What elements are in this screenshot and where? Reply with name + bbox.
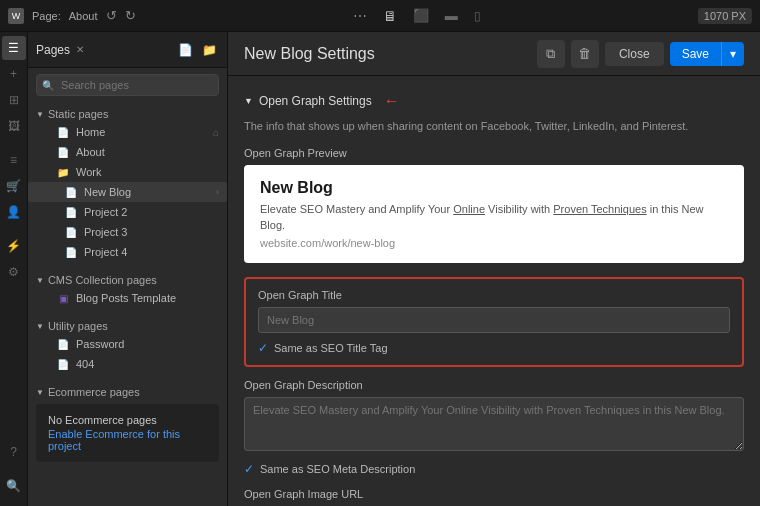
page-arrow-icon: ›	[216, 187, 219, 197]
pages-list: ▼ Static pages 📄 Home ⌂ 📄 About 📁 Work 📄…	[28, 102, 227, 506]
topbar: W Page: About ↺ ↻ ⋯ 🖥 ⬛ ▬ ▯ 1070 PX	[0, 0, 760, 32]
og-desc-section: Open Graph Description ✓ Same as SEO Met…	[244, 379, 744, 476]
mobile-portrait-icon[interactable]: ▯	[474, 9, 481, 23]
webflow-logo: W	[8, 8, 24, 24]
og-section-title: Open Graph Settings	[259, 94, 372, 108]
og-description-text: The info that shows up when sharing cont…	[244, 118, 744, 135]
page-name: About	[69, 10, 98, 22]
page-about[interactable]: 📄 About	[28, 142, 227, 162]
utility-pages-section[interactable]: ▼ Utility pages	[28, 314, 227, 334]
page-name-about: About	[76, 146, 105, 158]
history-forward-icon[interactable]: ↻	[125, 8, 136, 23]
topbar-left: W Page: About ↺ ↻	[8, 8, 136, 24]
og-title-input[interactable]	[258, 307, 730, 333]
add-icon[interactable]: +	[2, 62, 26, 86]
ecommerce-icon[interactable]: 🛒	[2, 174, 26, 198]
og-desc-textarea[interactable]	[244, 397, 744, 451]
main-layout: ☰ + ⊞ 🖼 ≡ 🛒 👤 ⚡ ⚙ ? 🔍 Pages ✕ 📄 📁 🔍	[0, 32, 760, 506]
page-name-home: Home	[76, 126, 105, 138]
og-desc-checkbox-row: ✓ Same as SEO Meta Description	[244, 462, 744, 476]
pages-panel: Pages ✕ 📄 📁 🔍 ▼ Static pages 📄 Home	[28, 32, 228, 506]
home-icon: ⌂	[213, 127, 219, 138]
og-desc-checkbox-label: Same as SEO Meta Description	[260, 463, 415, 475]
page-work-folder[interactable]: 📁 Work	[28, 162, 227, 182]
trash-button[interactable]: 🗑	[571, 40, 599, 68]
content-header-actions: ⧉ 🗑 Close Save ▾	[537, 40, 744, 68]
topbar-center: ⋯ 🖥 ⬛ ▬ ▯	[353, 8, 481, 24]
ecommerce-pages-chevron: ▼	[36, 388, 44, 397]
page-project-4[interactable]: 📄 Project 4	[28, 242, 227, 262]
pages-search: 🔍	[28, 68, 227, 102]
page-icon-proj2: 📄	[64, 205, 78, 219]
search-input[interactable]	[36, 74, 219, 96]
page-home[interactable]: 📄 Home ⌂	[28, 122, 227, 142]
page-project-3[interactable]: 📄 Project 3	[28, 222, 227, 242]
page-password[interactable]: 📄 Password	[28, 334, 227, 354]
page-404[interactable]: 📄 404	[28, 354, 227, 374]
components-icon[interactable]: ⊞	[2, 88, 26, 112]
tablet-icon[interactable]: ⬛	[413, 8, 429, 23]
pages-nav-icon[interactable]: ☰	[2, 36, 26, 60]
users-icon[interactable]: 👤	[2, 200, 26, 224]
static-pages-label: Static pages	[48, 108, 109, 120]
assets-icon[interactable]: 🖼	[2, 114, 26, 138]
og-image-section: Open Graph Image URL Make sure your imag…	[244, 488, 744, 507]
og-image-label: Open Graph Image URL	[244, 488, 744, 500]
cms-pages-chevron: ▼	[36, 276, 44, 285]
utility-pages-chevron: ▼	[36, 322, 44, 331]
static-pages-section[interactable]: ▼ Static pages	[28, 102, 227, 122]
settings-icon[interactable]: ⚙	[2, 260, 26, 284]
page-icon: 📄	[56, 125, 70, 139]
og-section-header[interactable]: ▼ Open Graph Settings ←	[244, 92, 744, 110]
save-button[interactable]: Save ▾	[670, 42, 744, 66]
page-icon-new-blog: 📄	[64, 185, 78, 199]
search-bottom-icon[interactable]: 🔍	[2, 474, 26, 498]
save-dropdown-icon[interactable]: ▾	[721, 42, 744, 66]
utility-pages-label: Utility pages	[48, 320, 108, 332]
copy-button[interactable]: ⧉	[537, 40, 565, 68]
close-button[interactable]: Close	[605, 42, 664, 66]
og-title-checkmark: ✓	[258, 341, 268, 355]
page-new-blog[interactable]: 📄 New Blog ›	[28, 182, 227, 202]
page-icon-proj3: 📄	[64, 225, 78, 239]
og-chevron-icon: ▼	[244, 96, 253, 106]
page-label: Page:	[32, 10, 61, 22]
og-section: ▼ Open Graph Settings ← The info that sh…	[244, 92, 744, 506]
cms-pages-section[interactable]: ▼ CMS Collection pages	[28, 268, 227, 288]
help-icon[interactable]: ?	[2, 440, 26, 464]
page-icon-proj4: 📄	[64, 245, 78, 259]
mobile-landscape-icon[interactable]: ▬	[445, 8, 458, 23]
save-label: Save	[670, 42, 721, 66]
og-preview-underline1: Online	[453, 203, 485, 215]
pages-title: Pages	[36, 43, 70, 57]
page-name-proj2: Project 2	[84, 206, 127, 218]
static-pages-chevron: ▼	[36, 110, 44, 119]
page-name-proj3: Project 3	[84, 226, 127, 238]
pages-close-icon[interactable]: ✕	[76, 44, 84, 55]
cms-icon[interactable]: ≡	[2, 148, 26, 172]
enable-ecommerce-link[interactable]: Enable Ecommerce for this project	[48, 428, 207, 452]
page-name-password: Password	[76, 338, 124, 350]
more-options-icon[interactable]: ⋯	[353, 8, 367, 24]
icon-sidebar: ☰ + ⊞ 🖼 ≡ 🛒 👤 ⚡ ⚙ ? 🔍	[0, 32, 28, 506]
page-project-2[interactable]: 📄 Project 2	[28, 202, 227, 222]
content-area: New Blog Settings ⧉ 🗑 Close Save ▾ ▼ Ope…	[228, 32, 760, 506]
add-page-icon[interactable]: 📄	[175, 40, 195, 60]
add-folder-icon[interactable]: 📁	[199, 40, 219, 60]
og-preview-box: New Blog Elevate SEO Mastery and Amplify…	[244, 165, 744, 263]
og-preview-label: Open Graph Preview	[244, 147, 744, 159]
cms-pages-label: CMS Collection pages	[48, 274, 157, 286]
page-blog-posts-template[interactable]: ▣ Blog Posts Template	[28, 288, 227, 308]
folder-icon-work: 📁	[56, 165, 70, 179]
pages-header: Pages ✕ 📄 📁	[28, 32, 227, 68]
og-preview-underline2: Proven Techniques	[553, 203, 646, 215]
ecommerce-pages-label: Ecommerce pages	[48, 386, 140, 398]
history-back-icon[interactable]: ↺	[106, 8, 117, 23]
ecommerce-pages-section[interactable]: ▼ Ecommerce pages	[28, 380, 227, 400]
page-name-blog-template: Blog Posts Template	[76, 292, 176, 304]
red-arrow-icon: ←	[384, 92, 400, 110]
desktop-icon[interactable]: 🖥	[383, 8, 397, 24]
og-title-checkbox-row: ✓ Same as SEO Title Tag	[258, 341, 730, 355]
logic-icon[interactable]: ⚡	[2, 234, 26, 258]
og-title-section: Open Graph Title ✓ Same as SEO Title Tag	[244, 277, 744, 367]
